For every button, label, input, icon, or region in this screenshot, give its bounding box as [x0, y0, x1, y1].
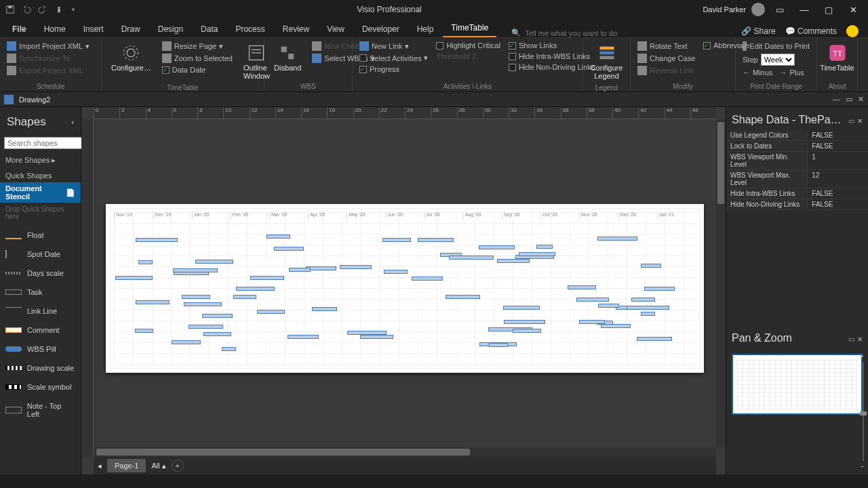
zoom-to-selected-button[interactable]: Zoom to Selected — [161, 53, 234, 64]
resize-page-button[interactable]: Resize Page ▾ — [161, 41, 234, 52]
add-page-button[interactable]: + — [172, 460, 184, 472]
group-modify-label: Modify — [636, 81, 730, 90]
edit-dates-to-print-button[interactable]: Edit Dates to Print — [741, 41, 811, 52]
tab-process[interactable]: Process — [227, 20, 273, 37]
touch-icon[interactable] — [54, 5, 64, 14]
document-icon — [4, 95, 14, 104]
timetable-logo-icon: TT — [828, 43, 847, 62]
save-icon[interactable] — [5, 5, 15, 14]
page-nav-prev-icon[interactable]: ◂ — [98, 462, 102, 470]
feedback-icon[interactable] — [846, 25, 859, 37]
comments-button[interactable]: 💬 Comments — [785, 26, 837, 36]
close-icon[interactable]: ✕ — [844, 5, 863, 15]
doc-restore-icon[interactable]: ▭ — [846, 95, 852, 104]
shape-days-scale[interactable]: Days scale — [0, 264, 81, 283]
svg-rect-9 — [281, 47, 287, 52]
synchronize-to-button: Synchronize To — [5, 53, 91, 64]
gear-icon — [121, 43, 140, 62]
status-bar — [0, 474, 868, 488]
about-button[interactable]: TT TimeTable — [823, 41, 852, 75]
doc-close-icon[interactable]: ✕ — [858, 95, 864, 104]
tab-draw[interactable]: Draw — [113, 20, 149, 37]
tab-help[interactable]: Help — [409, 20, 442, 37]
shape-data-row[interactable]: Hide Non-Driving LinksFALSE — [726, 199, 868, 210]
share-button[interactable]: 🔗 Share — [741, 26, 775, 36]
group-print-label: Print Date Range — [741, 81, 811, 90]
change-case-button[interactable]: Change Case — [636, 53, 696, 64]
tab-home[interactable]: Home — [36, 20, 74, 37]
disband-icon — [278, 43, 297, 62]
user-name[interactable]: David Parker — [703, 5, 746, 14]
shape-data-row[interactable]: WBS Viewport Min. Level1 — [726, 152, 868, 170]
svg-point-4 — [127, 49, 136, 57]
reverse-link-button: Reverse Link — [636, 65, 696, 76]
tab-developer[interactable]: Developer — [354, 20, 408, 37]
shape-drawing-scale[interactable]: Drawing scale — [0, 359, 81, 378]
shape-data-row[interactable]: Use Legend ColorsFALSE — [726, 130, 868, 141]
import-project-xml-button[interactable]: Import Project XML ▾ — [5, 41, 91, 52]
progress-toggle[interactable]: Progress — [358, 64, 429, 74]
canvas[interactable]: Nov '19Dec '19Jan '20Feb '20Mar '20Apr '… — [94, 119, 716, 457]
more-shapes-button[interactable]: More Shapes ▸ — [0, 152, 81, 167]
tab-data[interactable]: Data — [193, 20, 226, 37]
shape-data-restore-icon[interactable]: ▭ — [848, 117, 854, 125]
avatar[interactable] — [751, 3, 765, 16]
document-name[interactable]: Drawing2 — [19, 96, 50, 104]
shapes-collapse-icon[interactable]: ‹ — [71, 118, 74, 126]
pan-zoom-thumbnail[interactable] — [732, 354, 863, 415]
highlight-critical-toggle[interactable]: Highlight Critical — [435, 41, 501, 50]
tab-design[interactable]: Design — [150, 20, 191, 37]
disband-button[interactable]: Disband — [270, 41, 305, 75]
undo-icon[interactable] — [22, 5, 31, 14]
all-pages-button[interactable]: All ▴ — [151, 462, 165, 470]
svg-rect-11 — [599, 47, 614, 50]
drop-hint: Drop Quick Shapes here — [0, 203, 81, 226]
rotate-text-button[interactable]: Rotate Text — [636, 41, 696, 52]
shape-data-row[interactable]: Hide Intra-WBS LinksFALSE — [726, 188, 868, 199]
tab-file[interactable]: File — [4, 20, 35, 37]
shape-link-line[interactable]: Link Line — [0, 302, 81, 321]
svg-point-2 — [58, 7, 60, 9]
horizontal-scrollbar[interactable] — [94, 447, 716, 457]
tab-insert[interactable]: Insert — [75, 20, 112, 37]
page-tab-1[interactable]: Page-1 — [107, 459, 146, 472]
tab-timetable[interactable]: TimeTable — [443, 19, 496, 37]
new-link-button[interactable]: New Link ▾ — [358, 41, 429, 52]
zoom-slider[interactable]: + − — [860, 354, 867, 469]
redo-icon[interactable] — [38, 5, 47, 14]
threshold-button: Threshold 2 — [435, 52, 501, 61]
shape-spot-date[interactable]: Spot Date — [0, 245, 81, 264]
configure-legend-button[interactable]: Configure Legend — [589, 41, 625, 83]
shape-data-row[interactable]: WBS Viewport Max. Level12 — [726, 170, 868, 188]
document-stencil-button[interactable]: Document Stencil📄 — [0, 182, 81, 203]
minimize-icon[interactable]: — — [795, 5, 814, 15]
quick-shapes-button[interactable]: Quick Shapes — [0, 167, 81, 182]
stencil-pin-icon[interactable]: 📄 — [66, 188, 75, 197]
shape-scale-symbol[interactable]: Scale symbol — [0, 378, 81, 396]
search-icon[interactable]: 🔍 — [511, 28, 521, 37]
minus-plus-buttons[interactable]: ← Minus → Plus — [741, 68, 811, 77]
doc-minimize-icon[interactable]: — — [833, 95, 840, 104]
shape-data-panel-title: Shape Data - ThePa… — [732, 114, 842, 126]
pan-zoom-restore-icon[interactable]: ▭ — [848, 336, 854, 343]
shape-data-row[interactable]: Lock to DatesFALSE — [726, 141, 868, 152]
tab-review[interactable]: Review — [275, 20, 317, 37]
step-select[interactable]: Step Week — [741, 53, 811, 66]
shape-float[interactable]: Float — [0, 226, 81, 245]
qat-dropdown-icon[interactable]: ▼ — [71, 7, 76, 13]
ribbon-options-icon[interactable]: ▭ — [770, 5, 789, 15]
shape-data-close-icon[interactable]: ✕ — [857, 117, 863, 125]
tab-view[interactable]: View — [319, 20, 353, 37]
select-activities-button[interactable]: Select Activities ▾ — [358, 53, 429, 63]
shape-task[interactable]: Task — [0, 283, 81, 302]
tell-me-input[interactable] — [525, 29, 660, 37]
shape-note-top-left[interactable]: Note - Top Left — [0, 396, 81, 424]
maximize-icon[interactable]: ▢ — [819, 5, 838, 15]
configure-button[interactable]: Configure… — [107, 41, 155, 75]
horizontal-ruler: 0246810121416182022242628303234363840424… — [94, 107, 716, 119]
pan-zoom-close-icon[interactable]: ✕ — [857, 336, 863, 343]
vertical-scrollbar[interactable] — [716, 119, 726, 447]
data-date-toggle[interactable]: Data Date — [161, 65, 234, 75]
shape-wbs-pill[interactable]: WBS Pill — [0, 340, 81, 359]
shape-comment[interactable]: Comment — [0, 321, 81, 340]
